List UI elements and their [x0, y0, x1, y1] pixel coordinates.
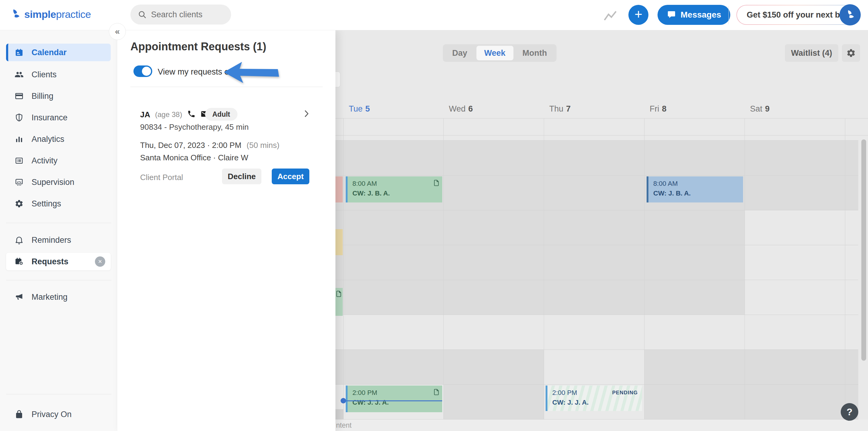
create-new-button[interactable]: +	[628, 5, 648, 25]
busy-block	[644, 350, 858, 384]
sidebar-item-label: Activity	[32, 156, 58, 165]
sidebar-item-analytics[interactable]: Analytics	[6, 130, 111, 148]
sidebar-item-label: Calendar	[32, 48, 67, 57]
grid-line	[335, 245, 858, 245]
tab-day[interactable]: Day	[444, 46, 475, 60]
search-icon	[138, 10, 147, 19]
service-line: 90834 - Psychotherapy, 45 min	[140, 123, 249, 132]
logo-bold: simple	[24, 8, 56, 20]
sidebar-item-calendar[interactable]: Calendar	[6, 44, 111, 61]
day-name: Tue	[349, 104, 363, 113]
activity-icon	[14, 156, 24, 165]
logo-text: simplepractice	[24, 8, 91, 20]
trend-icon[interactable]	[603, 10, 619, 21]
sidebar-item-billing[interactable]: Billing	[6, 87, 111, 105]
accept-button[interactable]: Accept	[272, 168, 309, 184]
day-number: 7	[566, 104, 571, 113]
promo-button[interactable]: Get $150 off your next bill	[736, 5, 857, 25]
privacy-label: Privacy On	[32, 410, 71, 419]
calendar-event[interactable]: 8:00 AM CW: J. B. A.	[346, 176, 442, 202]
sidebar-divider	[6, 280, 111, 280]
client-initials: JA	[140, 110, 150, 120]
chevron-right-icon[interactable]	[302, 108, 311, 119]
busy-block	[335, 350, 544, 384]
calendar-icon	[14, 48, 24, 57]
day-header-tue[interactable]: Tue5	[349, 104, 370, 114]
day-number: 5	[366, 104, 370, 113]
event-sliver-pink[interactable]	[335, 176, 343, 202]
gear-icon	[14, 199, 24, 208]
logo-light: practice	[56, 8, 91, 20]
account-avatar[interactable]	[839, 4, 861, 26]
calendar-event-pending[interactable]: 2:00 PM CW: J. J. A. PENDING	[546, 386, 642, 411]
grid-line	[745, 118, 745, 419]
grid-line	[335, 350, 858, 350]
sidebar-item-settings[interactable]: Settings	[6, 195, 111, 212]
search-clients-box[interactable]	[130, 5, 231, 25]
request-source-label: Client Portal	[140, 173, 183, 182]
day-header-fri[interactable]: Fri8	[650, 104, 666, 114]
grid-line	[335, 118, 868, 119]
grid-line	[443, 118, 444, 419]
decline-button[interactable]: Decline	[222, 168, 261, 184]
analytics-icon	[14, 135, 24, 144]
privacy-indicator[interactable]: Privacy On	[6, 405, 111, 423]
waitlist-button[interactable]: Waitlist (4)	[785, 44, 838, 62]
current-time-line	[343, 400, 442, 401]
busy-block	[335, 210, 745, 314]
event-sliver-yellow[interactable]	[335, 229, 343, 255]
sidebar-item-label: Settings	[32, 199, 61, 208]
topbar-divider	[728, 6, 729, 24]
panel-divider	[130, 87, 323, 87]
topbar: simplepractice + Messages Get $150 off y…	[0, 0, 868, 30]
day-name: Thu	[549, 104, 563, 113]
client-tag-badge: Adult	[205, 108, 238, 121]
pending-badge: PENDING	[612, 389, 638, 397]
collapse-panel-button[interactable]: «	[109, 23, 126, 40]
bottom-strip	[335, 420, 868, 431]
view-switcher: Day Week Month	[443, 44, 557, 62]
client-summary-row: JA (age 38)	[140, 110, 209, 120]
sidebar-item-clients[interactable]: Clients	[6, 66, 111, 84]
day-header-sat[interactable]: Sat9	[750, 104, 770, 114]
grid-line	[335, 175, 858, 175]
phone-icon[interactable]	[187, 110, 196, 120]
event-client: CW: J. J. A.	[352, 398, 439, 407]
note-icon	[434, 388, 439, 395]
sidebar-item-reminders[interactable]: Reminders	[6, 231, 111, 249]
grid-line	[335, 135, 868, 135]
note-icon	[434, 179, 439, 186]
search-input[interactable]	[151, 10, 221, 20]
sidebar-item-supervision[interactable]: Supervision	[6, 173, 111, 191]
partial-status-text: ntent	[336, 421, 351, 429]
day-header-thu[interactable]: Thu7	[549, 104, 571, 114]
requests-clear-badge[interactable]: ×	[95, 257, 105, 267]
sidebar-item-label: Insurance	[32, 113, 68, 123]
sidebar-item-marketing[interactable]: Marketing	[6, 288, 111, 306]
client-age: (age 38)	[155, 110, 182, 119]
event-sliver-green[interactable]	[335, 288, 343, 316]
view-my-requests-toggle[interactable]	[133, 65, 152, 77]
tab-month[interactable]: Month	[515, 46, 555, 60]
calendar-event[interactable]: 8:00 AM CW: J. B. A.	[647, 176, 743, 202]
event-client: CW: J. B. A.	[653, 189, 739, 198]
gear-icon	[846, 48, 856, 58]
help-button[interactable]: ?	[841, 403, 858, 421]
app-logo[interactable]: simplepractice	[9, 8, 91, 21]
calendar-event[interactable]: 2:00 PM CW: J. J. A.	[346, 386, 442, 412]
vertical-scrollbar[interactable]	[861, 139, 866, 361]
day-header-wed[interactable]: Wed6	[449, 104, 473, 114]
sidebar-divider	[6, 223, 111, 223]
sidebar-item-requests[interactable]: Requests ×	[6, 253, 111, 270]
appointment-requests-panel	[117, 30, 335, 431]
sidebar-item-activity[interactable]: Activity	[6, 152, 111, 169]
sidebar-item-label: Supervision	[32, 177, 74, 187]
sidebar-item-label: Billing	[32, 92, 53, 101]
sidebar-item-insurance[interactable]: Insurance	[6, 109, 111, 126]
sidebar-item-label: Requests	[32, 257, 68, 266]
calendar-settings-button[interactable]	[842, 44, 860, 62]
messages-button[interactable]: Messages	[657, 5, 730, 25]
location-line: Santa Monica Office · Claire W	[140, 153, 248, 162]
tab-week[interactable]: Week	[476, 46, 514, 60]
toggle-knob	[142, 67, 151, 76]
